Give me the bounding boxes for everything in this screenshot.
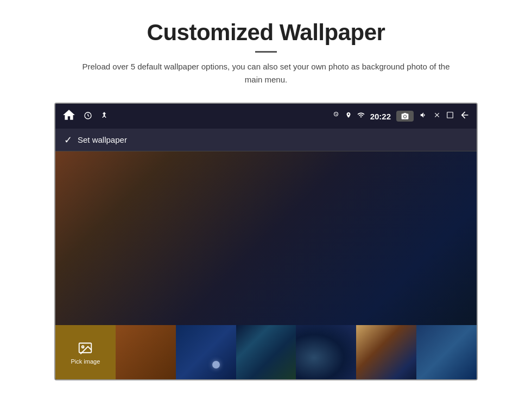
clock-icon: [84, 111, 92, 122]
camera-button[interactable]: [396, 111, 414, 122]
window-icon[interactable]: [446, 111, 454, 121]
page-title: Customized Wallpaper: [33, 20, 499, 46]
toolbar-label: Set wallpaper: [78, 135, 127, 144]
wallpaper-preview: [55, 151, 477, 325]
usb-icon: [100, 111, 109, 122]
svg-rect-3: [447, 112, 453, 118]
wallpaper-thumb-1[interactable]: [116, 325, 176, 379]
location-icon: [345, 111, 352, 121]
wallpaper-thumb-4[interactable]: [296, 325, 356, 379]
toolbar-row: ✓ Set wallpaper: [55, 129, 477, 151]
time-display: 20:22: [370, 112, 391, 121]
volume-icon[interactable]: [419, 111, 428, 121]
status-bar-right: 20:22: [332, 111, 470, 122]
home-icon[interactable]: [62, 108, 76, 124]
svg-line-2: [88, 116, 89, 116]
wallpaper-thumb-5[interactable]: [356, 325, 416, 379]
svg-point-5: [82, 346, 84, 348]
page-header: Customized Wallpaper Preload over 5 defa…: [0, 0, 532, 95]
status-bar: 20:22: [55, 104, 477, 129]
pick-image-thumb[interactable]: Pick image: [55, 325, 116, 379]
wallpaper-thumb-6[interactable]: [416, 325, 477, 379]
thumbnail-strip: Pick image: [55, 325, 477, 379]
wallpaper-thumb-3[interactable]: [236, 325, 296, 379]
wallpaper-thumb-2[interactable]: [176, 325, 236, 379]
page-subtitle: Preload over 5 default wallpaper options…: [81, 60, 451, 86]
pick-image-label: Pick image: [71, 358, 100, 365]
alarm-icon: [332, 111, 340, 121]
pick-image-icon: [77, 340, 93, 356]
wallpaper-gradient: [55, 151, 477, 325]
back-icon[interactable]: [459, 111, 470, 122]
status-bar-left: [62, 108, 109, 124]
title-divider: [255, 51, 277, 53]
check-icon: ✓: [64, 134, 72, 146]
device-frame: 20:22: [54, 103, 478, 380]
close-icon[interactable]: [433, 111, 441, 121]
wifi-icon: [357, 111, 365, 121]
